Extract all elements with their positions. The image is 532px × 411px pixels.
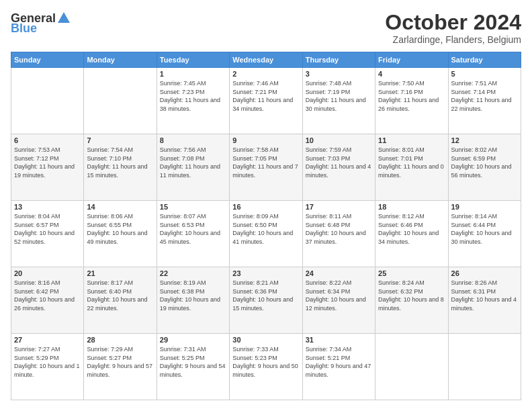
day-info: Sunrise: 8:14 AM Sunset: 6:44 PM Dayligh… [451,212,518,246]
table-row: 6Sunrise: 7:53 AM Sunset: 7:12 PM Daylig… [11,134,84,201]
day-number: 15 [160,203,226,211]
col-saturday: Saturday [448,52,521,68]
table-row: 25Sunrise: 8:24 AM Sunset: 6:32 PM Dayli… [375,267,448,334]
col-sunday: Sunday [11,52,84,68]
day-number: 1 [160,70,226,78]
day-number: 18 [378,203,445,211]
table-row: 7Sunrise: 7:54 AM Sunset: 7:10 PM Daylig… [84,134,157,201]
location: Zarlardinge, Flanders, Belgium [385,34,521,45]
day-number: 12 [451,136,518,144]
day-number: 26 [451,269,518,277]
table-row: 11Sunrise: 8:01 AM Sunset: 7:01 PM Dayli… [375,134,448,201]
day-number: 20 [14,269,81,277]
day-number: 31 [306,336,372,344]
table-row: 16Sunrise: 8:09 AM Sunset: 6:50 PM Dayli… [230,201,302,267]
day-info: Sunrise: 8:16 AM Sunset: 6:42 PM Dayligh… [14,279,81,312]
day-info: Sunrise: 8:19 AM Sunset: 6:38 PM Dayligh… [160,279,226,312]
calendar-table: Sunday Monday Tuesday Wednesday Thursday… [11,52,521,400]
page: General Blue October 2024 Zarlardinge, F… [0,0,532,411]
table-row [375,334,448,400]
calendar-week-row: 1Sunrise: 7:45 AM Sunset: 7:23 PM Daylig… [11,68,521,134]
logo: General Blue [11,11,71,36]
day-info: Sunrise: 7:45 AM Sunset: 7:23 PM Dayligh… [160,79,226,113]
day-info: Sunrise: 8:12 AM Sunset: 6:46 PM Dayligh… [378,212,445,246]
table-row: 27Sunrise: 7:27 AM Sunset: 5:29 PM Dayli… [11,334,84,400]
table-row: 12Sunrise: 8:02 AM Sunset: 6:59 PM Dayli… [448,134,521,201]
day-info: Sunrise: 7:33 AM Sunset: 5:23 PM Dayligh… [232,345,299,379]
table-row: 14Sunrise: 8:06 AM Sunset: 6:55 PM Dayli… [84,201,157,267]
day-number: 10 [306,136,372,144]
day-number: 8 [160,136,226,144]
day-number: 9 [232,136,299,144]
table-row [11,68,84,134]
col-friday: Friday [375,52,448,68]
table-row [84,68,157,134]
day-number: 23 [232,269,299,277]
table-row: 21Sunrise: 8:17 AM Sunset: 6:40 PM Dayli… [84,267,157,334]
table-row: 5Sunrise: 7:51 AM Sunset: 7:14 PM Daylig… [448,68,521,134]
col-wednesday: Wednesday [230,52,302,68]
day-number: 7 [87,136,153,144]
day-number: 4 [378,70,445,78]
day-info: Sunrise: 7:51 AM Sunset: 7:14 PM Dayligh… [451,79,518,113]
day-info: Sunrise: 8:07 AM Sunset: 6:53 PM Dayligh… [160,212,226,246]
day-info: Sunrise: 8:21 AM Sunset: 6:36 PM Dayligh… [232,279,299,312]
table-row: 15Sunrise: 8:07 AM Sunset: 6:53 PM Dayli… [157,201,229,267]
table-row: 1Sunrise: 7:45 AM Sunset: 7:23 PM Daylig… [157,68,229,134]
table-row: 26Sunrise: 8:26 AM Sunset: 6:31 PM Dayli… [448,267,521,334]
table-row: 22Sunrise: 8:19 AM Sunset: 6:38 PM Dayli… [157,267,229,334]
calendar-week-row: 6Sunrise: 7:53 AM Sunset: 7:12 PM Daylig… [11,134,521,201]
day-info: Sunrise: 8:26 AM Sunset: 6:31 PM Dayligh… [451,279,518,312]
day-number: 2 [232,70,299,78]
day-number: 14 [87,203,153,211]
col-thursday: Thursday [302,52,375,68]
day-info: Sunrise: 7:48 AM Sunset: 7:19 PM Dayligh… [306,79,372,113]
day-info: Sunrise: 7:50 AM Sunset: 7:16 PM Dayligh… [378,79,445,113]
table-row: 28Sunrise: 7:29 AM Sunset: 5:27 PM Dayli… [84,334,157,400]
day-number: 27 [14,336,81,344]
day-info: Sunrise: 7:29 AM Sunset: 5:27 PM Dayligh… [87,345,153,379]
logo-blue: Blue [11,21,37,36]
table-row: 13Sunrise: 8:04 AM Sunset: 6:57 PM Dayli… [11,201,84,267]
day-info: Sunrise: 7:53 AM Sunset: 7:12 PM Dayligh… [14,146,81,179]
table-row: 20Sunrise: 8:16 AM Sunset: 6:42 PM Dayli… [11,267,84,334]
table-row: 2Sunrise: 7:46 AM Sunset: 7:21 PM Daylig… [230,68,302,134]
day-info: Sunrise: 7:27 AM Sunset: 5:29 PM Dayligh… [14,345,81,379]
table-row: 24Sunrise: 8:22 AM Sunset: 6:34 PM Dayli… [302,267,375,334]
day-number: 6 [14,136,81,144]
day-number: 19 [451,203,518,211]
table-row: 19Sunrise: 8:14 AM Sunset: 6:44 PM Dayli… [448,201,521,267]
day-info: Sunrise: 7:56 AM Sunset: 7:08 PM Dayligh… [160,146,226,179]
day-number: 22 [160,269,226,277]
calendar-week-row: 20Sunrise: 8:16 AM Sunset: 6:42 PM Dayli… [11,267,521,334]
day-number: 3 [306,70,372,78]
calendar-header-row: Sunday Monday Tuesday Wednesday Thursday… [11,52,521,68]
day-info: Sunrise: 7:34 AM Sunset: 5:21 PM Dayligh… [306,345,372,379]
logo-icon [56,11,71,26]
table-row: 30Sunrise: 7:33 AM Sunset: 5:23 PM Dayli… [230,334,302,400]
day-info: Sunrise: 8:11 AM Sunset: 6:48 PM Dayligh… [306,212,372,246]
day-info: Sunrise: 7:46 AM Sunset: 7:21 PM Dayligh… [232,79,299,113]
day-number: 30 [232,336,299,344]
day-number: 13 [14,203,81,211]
col-tuesday: Tuesday [157,52,229,68]
day-number: 5 [451,70,518,78]
day-number: 17 [306,203,372,211]
header-right: October 2024 Zarlardinge, Flanders, Belg… [385,11,521,45]
day-info: Sunrise: 8:01 AM Sunset: 7:01 PM Dayligh… [378,146,445,179]
day-number: 25 [378,269,445,277]
month-title: October 2024 [385,11,521,34]
day-info: Sunrise: 8:22 AM Sunset: 6:34 PM Dayligh… [306,279,372,312]
table-row: 31Sunrise: 7:34 AM Sunset: 5:21 PM Dayli… [302,334,375,400]
table-row: 3Sunrise: 7:48 AM Sunset: 7:19 PM Daylig… [302,68,375,134]
col-monday: Monday [84,52,157,68]
calendar-week-row: 27Sunrise: 7:27 AM Sunset: 5:29 PM Dayli… [11,334,521,400]
table-row: 9Sunrise: 7:58 AM Sunset: 7:05 PM Daylig… [230,134,302,201]
day-info: Sunrise: 8:06 AM Sunset: 6:55 PM Dayligh… [87,212,153,246]
day-info: Sunrise: 8:04 AM Sunset: 6:57 PM Dayligh… [14,212,81,246]
table-row: 8Sunrise: 7:56 AM Sunset: 7:08 PM Daylig… [157,134,229,201]
day-info: Sunrise: 8:02 AM Sunset: 6:59 PM Dayligh… [451,146,518,179]
day-info: Sunrise: 8:17 AM Sunset: 6:40 PM Dayligh… [87,279,153,312]
table-row: 10Sunrise: 7:59 AM Sunset: 7:03 PM Dayli… [302,134,375,201]
calendar-week-row: 13Sunrise: 8:04 AM Sunset: 6:57 PM Dayli… [11,201,521,267]
